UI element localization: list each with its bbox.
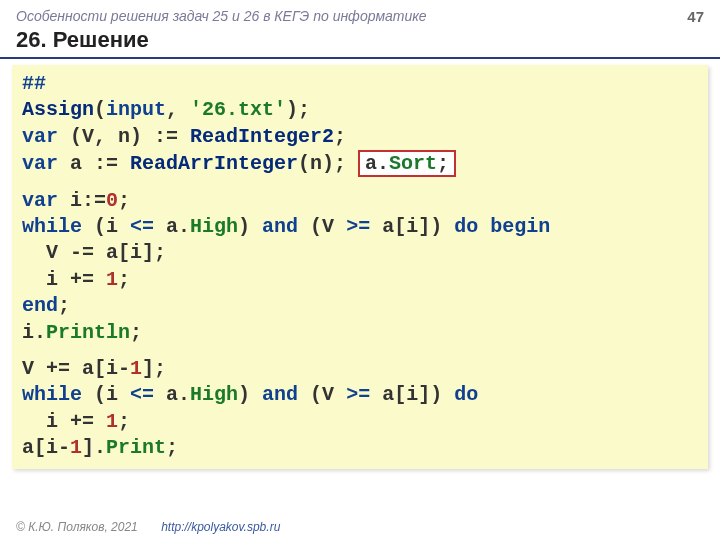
page-number: 47 <box>687 8 704 25</box>
code-token: a. <box>154 215 190 238</box>
code-keyword: while <box>22 383 82 406</box>
code-token: a[i]) <box>370 383 454 406</box>
code-method: Sort <box>389 152 437 175</box>
code-token: ReadArrInteger <box>130 152 298 175</box>
code-number: 0 <box>106 189 118 212</box>
code-keyword: var <box>22 189 58 212</box>
code-line: V -= a[i]; <box>22 241 166 264</box>
code-token: ; <box>166 436 178 459</box>
code-token: <= <box>130 383 154 406</box>
code-string: '26.txt' <box>190 98 286 121</box>
code-token: V += a[i- <box>22 357 130 380</box>
code-token: (i <box>82 215 130 238</box>
code-block: ## Assign(input, '26.txt'); var (V, n) :… <box>12 65 708 469</box>
code-method: Println <box>46 321 130 344</box>
footer-url: http://kpolyakov.spb.ru <box>161 520 280 534</box>
code-token: ( <box>94 98 106 121</box>
code-token: ) <box>238 383 262 406</box>
code-token: input <box>106 98 166 121</box>
code-token: ; <box>437 152 449 175</box>
code-token: (n); <box>298 152 358 175</box>
slide-header: Особенности решения задач 25 и 26 в КЕГЭ… <box>0 0 720 25</box>
code-keyword: and <box>262 215 298 238</box>
code-keyword: var <box>22 125 58 148</box>
slide-subtitle: Особенности решения задач 25 и 26 в КЕГЭ… <box>16 8 427 25</box>
code-token: >= <box>346 383 370 406</box>
code-method: High <box>190 383 238 406</box>
code-token: , <box>166 98 190 121</box>
code-keyword: var <box>22 152 58 175</box>
code-keyword: begin <box>490 215 550 238</box>
code-keyword: do <box>454 215 478 238</box>
code-keyword: do <box>454 383 478 406</box>
code-token: (V <box>298 215 346 238</box>
code-method: High <box>190 215 238 238</box>
code-token: ) <box>238 215 262 238</box>
code-keyword: end <box>22 294 58 317</box>
code-token: <= <box>130 215 154 238</box>
code-number: 1 <box>130 357 142 380</box>
code-keyword: and <box>262 383 298 406</box>
code-token: ; <box>118 410 130 433</box>
code-token: a[i]) <box>370 215 454 238</box>
code-token: (V, n) := <box>58 125 190 148</box>
code-token: a. <box>365 152 389 175</box>
code-token: ); <box>286 98 310 121</box>
code-method: Print <box>106 436 166 459</box>
code-number: 1 <box>106 268 118 291</box>
code-token: i += <box>22 268 106 291</box>
code-line: ## <box>22 72 46 95</box>
code-token: ; <box>130 321 142 344</box>
code-token: ; <box>58 294 70 317</box>
code-token: ; <box>334 125 346 148</box>
code-token: ReadInteger2 <box>190 125 334 148</box>
code-number: 1 <box>106 410 118 433</box>
code-token: (V <box>298 383 346 406</box>
code-token: (i <box>82 383 130 406</box>
code-token <box>478 215 490 238</box>
code-token: ]. <box>82 436 106 459</box>
code-token: i += <box>22 410 106 433</box>
code-token: ; <box>118 268 130 291</box>
code-token: a. <box>154 383 190 406</box>
code-token: a := <box>58 152 130 175</box>
page-title: 26. Решение <box>0 25 720 59</box>
code-token: ]; <box>142 357 166 380</box>
code-token: i:= <box>58 189 106 212</box>
code-token: ; <box>118 189 130 212</box>
code-token: Assign <box>22 98 94 121</box>
slide-footer: © К.Ю. Поляков, 2021 http://kpolyakov.sp… <box>16 520 280 534</box>
copyright-text: © К.Ю. Поляков, 2021 <box>16 520 138 534</box>
code-token: >= <box>346 215 370 238</box>
code-token: a[i- <box>22 436 70 459</box>
highlight-box: a.Sort; <box>358 150 456 177</box>
code-keyword: while <box>22 215 82 238</box>
code-token: i. <box>22 321 46 344</box>
code-number: 1 <box>70 436 82 459</box>
